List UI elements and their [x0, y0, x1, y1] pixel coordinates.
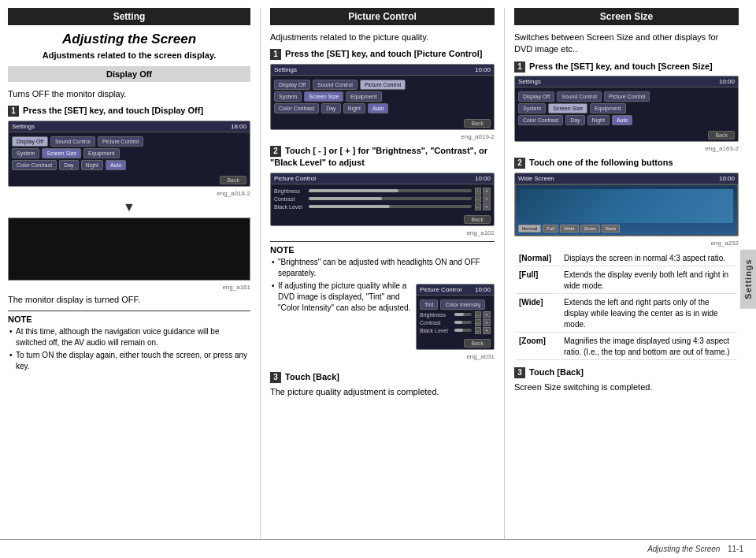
mid-back-btn-2[interactable]: Back — [464, 215, 491, 224]
size-label: [Zoom] — [516, 334, 559, 360]
mid-step2: 2 Touch [ - ] or [ + ] for "Brightness",… — [270, 145, 495, 169]
in-c-plus[interactable]: + — [483, 319, 491, 326]
wide-screen-header: Wide Screen 10:00 — [515, 173, 738, 184]
display-off-header: Display Off — [8, 66, 250, 82]
size-table: [Normal]Displays the screen in normal 4:… — [514, 250, 739, 362]
mid-note-bullet-1: "Brightness" can be adjusted with headli… — [270, 257, 495, 279]
mid-screen-2: Picture Control 10:00 Brightness - + Con… — [270, 173, 495, 226]
screen-size-btn[interactable]: Screen Size — [42, 148, 81, 158]
mid-system-btn[interactable]: System — [274, 91, 302, 102]
mid-sound-btn[interactable]: Sound Control — [313, 80, 358, 90]
black-minus[interactable]: - — [475, 203, 481, 210]
black-plus[interactable]: + — [483, 203, 491, 210]
mid-step3-body: The picture quality adjustment is comple… — [270, 386, 495, 398]
wide-back-btn[interactable]: Back — [602, 225, 620, 232]
in-bl-minus[interactable]: - — [475, 327, 481, 334]
color-contrast-btn[interactable]: Color Contrast — [12, 160, 57, 170]
inline-back[interactable]: Back — [464, 339, 491, 348]
size-desc: Magnifies the image displayed using 4:3 … — [561, 334, 737, 360]
brightness-plus[interactable]: + — [483, 188, 491, 195]
size-desc: Extends the left and right parts only of… — [561, 296, 737, 333]
mid-step1: 1 Press the [SET] key, and touch [Pictur… — [270, 48, 495, 60]
note-bullet-1: At this time, although the navigation vo… — [8, 326, 250, 348]
normal-btn[interactable]: Normal — [518, 225, 541, 232]
mid-screen-sliders: Brightness - + Contrast - + Bl — [271, 184, 494, 214]
right-night-btn[interactable]: Night — [587, 115, 610, 125]
setting-header: Setting — [8, 8, 250, 25]
left-note-section: NOTE At this time, although the navigati… — [8, 311, 250, 372]
display-off-desc: Turns OFF the monitor display. — [8, 88, 250, 100]
night-btn[interactable]: Night — [81, 160, 103, 170]
mid-screen-size-btn[interactable]: Screen Size — [304, 91, 343, 102]
mid-day-btn[interactable]: Day — [321, 103, 340, 113]
right-step3: 3 Touch [Back] — [514, 366, 739, 378]
arrow-down: ▼ — [8, 200, 250, 214]
picture-control-btn[interactable]: Picture Control — [98, 136, 143, 147]
wide-btn-row: Normal Full Wide Zoom Back — [518, 225, 620, 232]
brightness-minus[interactable]: - — [475, 188, 481, 195]
mid-night-btn[interactable]: Night — [343, 103, 365, 113]
mid-note-title: NOTE — [270, 245, 495, 255]
zoom-btn[interactable]: Zoom — [580, 225, 600, 232]
mid-auto-btn[interactable]: Auto — [368, 103, 388, 113]
system-btn[interactable]: System — [12, 148, 39, 158]
right-picture-btn[interactable]: Picture Control — [604, 91, 650, 102]
back-btn-1[interactable]: Back — [220, 176, 246, 184]
wide-screen-mockup: Wide Screen 10:00 Normal Full Wide Zoom … — [514, 173, 739, 236]
wide-screen-image: Normal Full Wide Zoom Back — [515, 184, 738, 236]
middle-column: Picture Control Adjustments related to t… — [260, 8, 504, 550]
sound-control-btn[interactable]: Sound Control — [50, 136, 95, 147]
right-screen1-caption: eng_a163-2 — [514, 145, 739, 152]
mid-equipment-btn[interactable]: Equipment — [346, 91, 381, 102]
equipment-btn[interactable]: Equipment — [83, 148, 119, 158]
mid-back-btn-1[interactable]: Back — [464, 119, 491, 128]
right-screen-header-1: Settings 10:00 — [515, 76, 738, 87]
size-label: [Wide] — [516, 296, 559, 333]
black-level-row: Black Level - + — [274, 203, 491, 210]
right-equipment-btn[interactable]: Equipment — [590, 103, 625, 113]
mid-display-off-btn[interactable]: Display Off — [274, 80, 310, 90]
screen-body-1: Display Off Sound Control Picture Contro… — [9, 132, 250, 174]
wide-btn[interactable]: Wide — [560, 225, 579, 232]
contrast-minus[interactable]: - — [475, 195, 481, 203]
inline-caption: eng_a031 — [416, 353, 495, 360]
mid-step-num-3: 3 — [270, 372, 281, 383]
contrast-plus[interactable]: + — [483, 195, 491, 203]
screen2-caption: eng_a161 — [8, 284, 250, 291]
size-label: [Full] — [516, 268, 559, 294]
display-off-btn[interactable]: Display Off — [12, 136, 48, 147]
mid-screen-header-1: Settings 10:00 — [271, 65, 494, 76]
left-step1: 1 Press the [SET] key, and touch [Displa… — [8, 105, 250, 117]
page-title: Adjusting the Screen — [8, 32, 250, 47]
mid-screen-1: Settings 10:00 Display Off Sound Control… — [270, 64, 495, 130]
mid-screen2-caption: eng_a102 — [270, 229, 495, 236]
right-sound-btn[interactable]: Sound Control — [557, 91, 602, 102]
right-back-btn-1[interactable]: Back — [708, 131, 735, 140]
in-c-minus[interactable]: - — [475, 319, 481, 326]
note-bullet-2: To turn ON the display again, either tou… — [8, 350, 250, 372]
right-day-btn[interactable]: Day — [565, 115, 584, 125]
settings-tab: Settings — [740, 249, 756, 308]
auto-btn[interactable]: Auto — [106, 160, 126, 170]
in-bl-plus[interactable]: + — [483, 327, 491, 334]
full-btn[interactable]: Full — [543, 225, 558, 232]
screen-size-intro: Switches between Screen Size and other d… — [514, 32, 739, 56]
day-btn[interactable]: Day — [59, 160, 78, 170]
footer-label: Adjusting the Screen — [647, 545, 720, 553]
brightness-row: Brightness - + — [274, 188, 491, 195]
right-color-btn[interactable]: Color Contrast — [518, 115, 563, 125]
mid-screen-body-1: Display Off Sound Control Picture Contro… — [271, 76, 494, 117]
wide-screen-caption: eng_a232 — [514, 240, 739, 247]
mid-color-btn[interactable]: Color Contrast — [274, 103, 319, 113]
right-step-num-1: 1 — [514, 61, 525, 73]
right-screen-size-btn[interactable]: Screen Size — [548, 103, 587, 113]
note-title-left: NOTE — [8, 314, 250, 324]
black-screen — [8, 218, 250, 281]
right-display-off-btn[interactable]: Display Off — [518, 91, 554, 102]
mid-picture-btn[interactable]: Picture Control — [360, 80, 406, 90]
right-auto-btn[interactable]: Auto — [612, 115, 632, 125]
mid-screen1-caption: eng_a019-2 — [270, 133, 495, 140]
right-system-btn[interactable]: System — [518, 103, 546, 113]
left-column: Setting Adjusting the Screen Adjustments… — [8, 8, 260, 550]
mid-note-inline: Picture Control 10:00 Tint Color Intensi… — [270, 281, 495, 366]
